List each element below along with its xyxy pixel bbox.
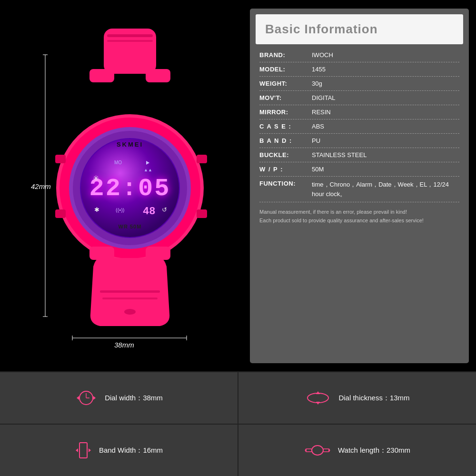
svg-rect-34	[100, 290, 160, 293]
watch-illustration: SKMEI MO ▲▲ 22:05 ((•)) 48 WR 50M ✳ ✱	[0, 0, 248, 371]
spec-dial-width-value: 38mm	[143, 394, 163, 402]
spec-band-width-value: 16mm	[143, 446, 163, 454]
svg-marker-48	[316, 402, 320, 405]
spec-cell-dial-thickness: Dial thickness：13mm	[238, 372, 476, 424]
info-label-buckle: BUCKLE:	[259, 151, 312, 159]
svg-rect-10	[146, 69, 170, 82]
info-row-case: C A S E : ABS	[259, 119, 459, 134]
dial-width-icon	[75, 387, 98, 409]
spec-watch-length-label: Watch length：	[338, 446, 387, 454]
info-row-band: B A N D : PU	[259, 134, 459, 148]
svg-rect-8	[107, 40, 153, 42]
spec-dial-width-label: Dial width：	[105, 394, 143, 402]
svg-text:↺: ↺	[162, 206, 167, 213]
spec-watch-length-text: Watch length：230mm	[338, 446, 410, 455]
info-label-brand: BRAND:	[259, 51, 312, 59]
info-value-wp: 50M	[312, 166, 324, 173]
info-value-weight: 30g	[312, 80, 322, 87]
info-row-mirror: MIRROR: RESIN	[259, 105, 459, 119]
info-row-function: FUNCTION: time，Chrono，Alarm，Date，Week，EL…	[259, 177, 459, 202]
info-value-movt: DIGITAL	[312, 94, 336, 101]
info-card: Basic Information BRAND: IWOCH MODEL: 14…	[250, 9, 469, 363]
info-panel: Basic Information BRAND: IWOCH MODEL: 14…	[248, 0, 476, 371]
info-note: Manual measurement, if there is an error…	[259, 202, 459, 227]
svg-marker-50	[76, 448, 78, 452]
svg-rect-29	[55, 209, 66, 218]
svg-text:22:05: 22:05	[89, 175, 170, 203]
info-rows: BRAND: IWOCH MODEL: 1455 WEIGHT: 30g MOV…	[256, 48, 463, 227]
svg-text:42mm: 42mm	[31, 182, 51, 190]
svg-text:MO: MO	[114, 160, 122, 165]
svg-rect-7	[107, 34, 153, 37]
spec-dial-thickness-label: Dial thickness：	[338, 394, 390, 402]
svg-rect-32	[89, 247, 114, 260]
dial-thickness-icon	[305, 390, 331, 406]
info-row-wp: W / P : 50M	[259, 162, 459, 177]
watch-length-icon	[304, 441, 331, 460]
info-value-band: PU	[312, 137, 320, 144]
band-width-icon	[75, 439, 92, 462]
info-value-model: 1455	[312, 66, 326, 73]
info-row-movt: MOV'T: DIGITAL	[259, 91, 459, 105]
svg-text:WR 50M: WR 50M	[119, 224, 142, 229]
info-label-mirror: MIRROR:	[259, 109, 312, 116]
spec-band-width-text: Band Width：16mm	[99, 446, 163, 455]
spec-dial-width-text: Dial width：38mm	[105, 394, 163, 403]
svg-text:✱: ✱	[94, 206, 99, 213]
info-value-function: time，Chrono，Alarm，Date，Week，EL，12/24 hou…	[312, 180, 459, 198]
svg-rect-9	[89, 69, 114, 82]
bottom-specs: Dial width：38mm Dial thickness：13mm	[0, 371, 476, 476]
specs-row-1: Dial width：38mm Dial thickness：13mm	[0, 371, 476, 424]
info-label-model: MODEL:	[259, 66, 312, 73]
svg-rect-30	[197, 155, 207, 163]
svg-text:48: 48	[143, 206, 155, 218]
svg-marker-47	[316, 391, 320, 394]
svg-point-52	[312, 446, 323, 455]
info-label-movt: MOV'T:	[259, 94, 312, 101]
specs-row-2: Band Width：16mm Watch length：230mm	[0, 424, 476, 476]
spec-dial-thickness-text: Dial thickness：13mm	[338, 394, 409, 403]
svg-text:✳: ✳	[93, 174, 99, 182]
info-row-weight: WEIGHT: 30g	[259, 77, 459, 91]
info-label-band: B A N D :	[259, 137, 312, 144]
spec-watch-length-value: 230mm	[387, 446, 410, 454]
info-note-text: Manual measurement, if there is an error…	[259, 209, 424, 223]
info-row-brand: BRAND: IWOCH	[259, 48, 459, 62]
svg-point-36	[124, 309, 136, 315]
info-label-case: C A S E :	[259, 123, 312, 130]
svg-point-46	[307, 393, 328, 403]
spec-band-width-label: Band Width：	[99, 446, 143, 454]
info-card-title: Basic Information	[265, 22, 378, 36]
spec-cell-dial-width: Dial width：38mm	[0, 372, 238, 424]
info-value-case: ABS	[312, 123, 324, 130]
svg-marker-51	[89, 448, 91, 452]
info-label-function: FUNCTION:	[259, 180, 312, 187]
info-row-model: MODEL: 1455	[259, 62, 459, 77]
spec-cell-watch-length: Watch length：230mm	[238, 425, 476, 476]
svg-marker-43	[93, 396, 96, 400]
info-row-buckle: BUCKLE: STAINLESS STEEL	[259, 148, 459, 162]
svg-marker-42	[77, 396, 79, 400]
info-value-buckle: STAINLESS STEEL	[312, 151, 367, 159]
svg-rect-28	[55, 155, 66, 163]
svg-text:SKMEI: SKMEI	[117, 141, 143, 148]
svg-text:((•)): ((•))	[116, 207, 125, 213]
watch-section: SKMEI MO ▲▲ 22:05 ((•)) 48 WR 50M ✳ ✱	[0, 0, 248, 371]
svg-rect-35	[102, 298, 158, 299]
svg-text:38mm: 38mm	[114, 341, 134, 349]
info-card-header: Basic Information	[256, 14, 463, 44]
spec-cell-band-width: Band Width：16mm	[0, 425, 238, 476]
info-value-brand: IWOCH	[312, 51, 333, 59]
info-label-wp: W / P :	[259, 166, 312, 173]
svg-text:▲▲: ▲▲	[144, 168, 152, 172]
info-value-mirror: RESIN	[312, 109, 331, 116]
svg-rect-31	[197, 209, 207, 218]
info-label-weight: WEIGHT:	[259, 80, 312, 87]
svg-rect-33	[146, 247, 170, 260]
spec-dial-thickness-value: 13mm	[390, 394, 410, 402]
svg-rect-49	[79, 443, 87, 458]
